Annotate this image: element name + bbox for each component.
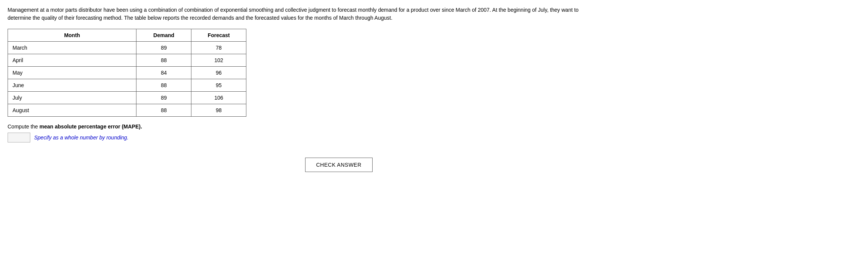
table-row: May8496: [8, 67, 246, 79]
col-header-demand: Demand: [136, 29, 191, 42]
cell-demand: 89: [136, 92, 191, 104]
cell-demand: 84: [136, 67, 191, 79]
cell-forecast: 96: [191, 67, 246, 79]
cell-month: August: [8, 104, 136, 117]
col-header-month: Month: [8, 29, 136, 42]
cell-month: July: [8, 92, 136, 104]
cell-forecast: 78: [191, 42, 246, 54]
cell-forecast: 106: [191, 92, 246, 104]
hint-text: Specify as a whole number by rounding.: [34, 134, 128, 141]
compute-label-bold: mean absolute percentage error (MAPE).: [39, 124, 142, 130]
table-row: August8898: [8, 104, 246, 117]
cell-demand: 88: [136, 79, 191, 92]
cell-month: March: [8, 42, 136, 54]
data-table: Month Demand Forecast March8978April8810…: [8, 29, 246, 117]
compute-label: Compute the mean absolute percentage err…: [8, 124, 860, 130]
cell-month: June: [8, 79, 136, 92]
col-header-forecast: Forecast: [191, 29, 246, 42]
cell-demand: 88: [136, 54, 191, 67]
cell-month: May: [8, 67, 136, 79]
cell-forecast: 95: [191, 79, 246, 92]
cell-month: April: [8, 54, 136, 67]
hint-italic: whole number by rounding: [64, 134, 127, 141]
check-answer-button[interactable]: CHECK ANSWER: [305, 158, 373, 172]
answer-row: Specify as a whole number by rounding.: [8, 133, 860, 142]
table-row: March8978: [8, 42, 246, 54]
cell-demand: 89: [136, 42, 191, 54]
table-row: June8895: [8, 79, 246, 92]
table-row: July89106: [8, 92, 246, 104]
cell-forecast: 102: [191, 54, 246, 67]
intro-text: Management at a motor parts distributor …: [8, 6, 591, 22]
cell-forecast: 98: [191, 104, 246, 117]
cell-demand: 88: [136, 104, 191, 117]
table-row: April88102: [8, 54, 246, 67]
answer-input[interactable]: [8, 133, 30, 142]
